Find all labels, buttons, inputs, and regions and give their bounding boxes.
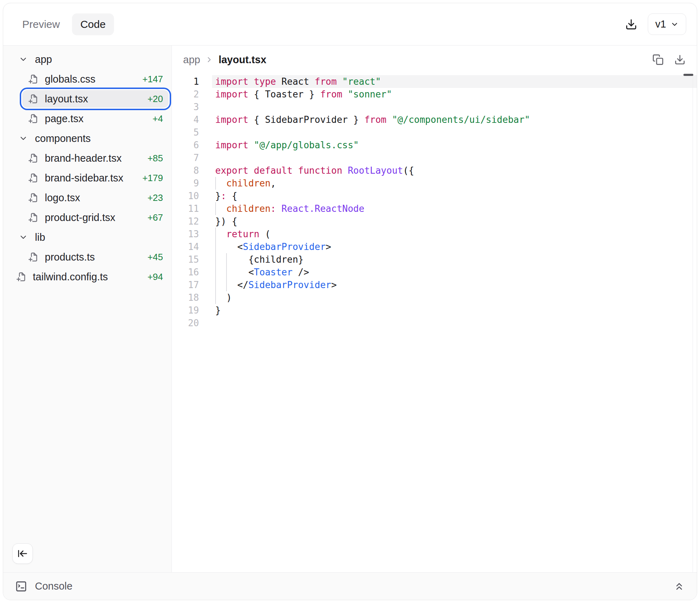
file-added-icon (28, 74, 38, 84)
code-line-5: 5 (172, 126, 697, 139)
file-label: logo.tsx (45, 192, 80, 204)
tree-file-brand-header-tsx[interactable]: brand-header.tsx+85 (22, 149, 169, 167)
file-label: layout.tsx (45, 93, 88, 105)
line-number: 17 (172, 279, 199, 291)
code-line-18: 18 ) (172, 291, 697, 304)
tree-file-product-grid-tsx[interactable]: product-grid.tsx+67 (22, 209, 169, 226)
folder-label: app (35, 54, 52, 65)
tree-file-tailwind-config-ts[interactable]: tailwind.config.ts+94 (10, 268, 169, 286)
line-number: 20 (172, 317, 199, 329)
line-number: 10 (172, 190, 199, 202)
line-content: return ( (212, 228, 697, 240)
tree-file-layout-tsx[interactable]: layout.tsx+20 (22, 90, 169, 108)
version-selector[interactable]: v1 (648, 13, 686, 35)
tree-file-globals-css[interactable]: globals.css+147 (22, 70, 169, 88)
chevron-down-icon (19, 134, 28, 143)
chevron-right-icon (205, 55, 213, 64)
file-label: products.ts (45, 251, 95, 263)
tree-file-logo-tsx[interactable]: logo.tsx+23 (22, 189, 169, 207)
code-view-window: Preview Code v1 appglobals.css+147layout… (3, 3, 697, 600)
code-line-12: 12}) { (172, 215, 697, 228)
toolbar-actions: v1 (625, 13, 686, 35)
line-content: <Toaster /> (212, 266, 697, 279)
download-project-button[interactable] (625, 18, 637, 30)
line-number: 11 (172, 202, 199, 215)
line-content: children, (212, 177, 697, 190)
line-number: 15 (172, 253, 199, 266)
indent-guide (215, 266, 216, 279)
code-line-15: 15 {children} (172, 253, 697, 266)
code-line-4: 4import { SidebarProvider } from "@/comp… (172, 113, 697, 126)
line-number: 7 (172, 151, 199, 164)
terminal-icon (15, 580, 27, 592)
chevrons-up-icon[interactable] (674, 581, 685, 592)
file-added-icon (28, 94, 38, 104)
file-label: globals.css (45, 73, 95, 85)
diff-added-badge: +179 (142, 173, 163, 184)
line-number: 9 (172, 177, 199, 190)
tab-code[interactable]: Code (72, 13, 114, 35)
scrollbar-track (693, 74, 693, 572)
copy-icon (652, 54, 664, 65)
line-number: 13 (172, 228, 199, 240)
line-number: 8 (172, 164, 199, 177)
file-tree: appglobals.css+147layout.tsx+20page.tsx+… (3, 50, 171, 286)
console-bar[interactable]: Console (3, 572, 697, 600)
diff-added-badge: +45 (147, 252, 163, 263)
console-label: Console (35, 580, 72, 592)
code-lines: 1import type React from "react"2import {… (172, 75, 697, 329)
code-line-17: 17 </SidebarProvider> (172, 279, 697, 291)
folder-label: components (35, 133, 91, 144)
copy-code-button[interactable] (652, 54, 664, 65)
tree-folder-lib[interactable]: lib (3, 228, 164, 246)
code-line-9: 9 children, (172, 177, 697, 190)
line-number: 14 (172, 240, 199, 253)
line-number: 4 (172, 113, 199, 126)
code-panel-header: app layout.tsx (172, 46, 697, 74)
tree-file-brand-sidebar-tsx[interactable]: brand-sidebar.tsx+179 (22, 169, 169, 187)
collapse-sidebar-icon (17, 548, 28, 559)
indent-guide (215, 177, 216, 190)
scrollbar-thumb[interactable] (683, 74, 693, 76)
line-number: 12 (172, 215, 199, 228)
file-label: product-grid.tsx (45, 212, 115, 223)
tree-folder-app[interactable]: app (3, 50, 164, 68)
diff-added-badge: +85 (147, 153, 163, 164)
line-number: 5 (172, 126, 199, 139)
file-added-icon (28, 252, 38, 262)
collapse-sidebar-button[interactable] (12, 543, 33, 564)
indent-guide (215, 202, 216, 215)
top-toolbar: Preview Code v1 (3, 3, 697, 46)
download-icon (625, 18, 637, 30)
line-content (212, 151, 697, 164)
indent-guide (215, 253, 216, 266)
breadcrumb-folder: app (183, 54, 200, 66)
tree-file-products-ts[interactable]: products.ts+45 (22, 248, 169, 266)
code-line-2: 2import { Toaster } from "sonner" (172, 88, 697, 101)
tree-file-page-tsx[interactable]: page.tsx+4 (22, 110, 169, 127)
indent-guide (215, 279, 216, 291)
indent-guide (226, 253, 227, 266)
indent-guide (226, 266, 227, 279)
diff-added-badge: +23 (147, 192, 163, 203)
download-file-button[interactable] (674, 54, 686, 65)
code-panel: app layout.tsx (172, 46, 697, 572)
tree-folder-components[interactable]: components (3, 130, 164, 147)
code-line-6: 6import "@/app/globals.css" (172, 139, 697, 151)
tab-preview[interactable]: Preview (14, 13, 68, 35)
code-line-16: 16 <Toaster /> (172, 266, 697, 279)
line-content: import { SidebarProvider } from "@/compo… (212, 113, 697, 126)
line-content: }: { (212, 190, 697, 202)
line-number: 2 (172, 88, 199, 101)
file-label: brand-sidebar.tsx (45, 172, 123, 184)
file-added-icon (28, 173, 38, 183)
code-line-19: 19} (172, 304, 697, 317)
diff-added-badge: +147 (142, 74, 163, 85)
file-label: tailwind.config.ts (33, 271, 108, 283)
diff-added-badge: +94 (147, 271, 163, 282)
line-number: 19 (172, 304, 199, 317)
code-line-13: 13 return ( (172, 228, 697, 240)
file-label: page.tsx (45, 113, 84, 125)
code-line-3: 3 (172, 101, 697, 113)
line-content: import type React from "react" (212, 75, 697, 88)
